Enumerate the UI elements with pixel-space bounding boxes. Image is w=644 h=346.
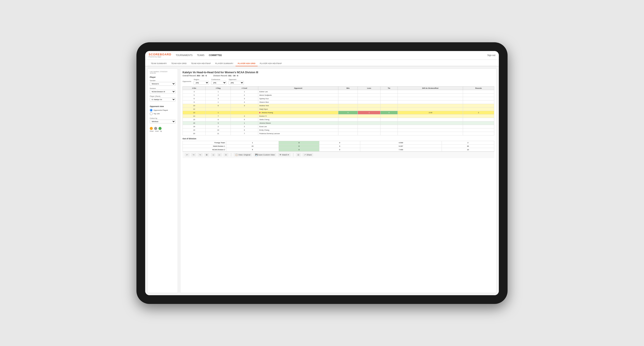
tab-player-summary[interactable]: PLAYER SUMMARY bbox=[213, 61, 236, 66]
colour-labels: Down Level Up bbox=[150, 130, 176, 132]
table-row[interactable]: 522 Alexis Sudjianto bbox=[183, 93, 494, 97]
gender-select[interactable]: Women's bbox=[150, 82, 176, 86]
share-button[interactable]: ↗ Share bbox=[302, 153, 313, 157]
player-select[interactable]: 8. Katelyn Vo bbox=[150, 98, 176, 101]
arrow-indicator: ▶ bbox=[259, 112, 261, 114]
region-select[interactable]: (All) bbox=[194, 81, 209, 85]
opponent-filter: Opponent (All) bbox=[228, 78, 244, 85]
undo-button[interactable]: ↩ bbox=[185, 153, 190, 157]
overall-record: Overall Record: 353 - 34 - 6 bbox=[182, 75, 207, 77]
save-custom-view-button[interactable]: 💾 Save Custom View bbox=[254, 153, 276, 157]
out-of-division-table: Foreign Team 1 0 0 4.500 2 NAIA Division… bbox=[182, 141, 494, 152]
dot-up bbox=[158, 127, 162, 130]
table-row[interactable]: 12 Haeji Hyun bbox=[183, 107, 494, 111]
division-label: Division bbox=[150, 87, 176, 89]
table-row[interactable]: Foreign Team 1 0 0 4.500 2 bbox=[183, 141, 494, 144]
dot-level bbox=[154, 127, 157, 130]
opponent-view-title: Opponent view bbox=[150, 105, 176, 108]
logo-sub: Powered by clippd bbox=[149, 56, 171, 58]
table-row[interactable]: 1474 Eunice Yi bbox=[183, 114, 494, 118]
tab-player-h2h-grid[interactable]: PLAYER H2H GRID bbox=[236, 61, 258, 66]
col-tie: Tie bbox=[380, 86, 398, 90]
opponent-select[interactable]: (All) bbox=[228, 81, 244, 85]
table-row[interactable]: NCAA Division 2 5 0 0 7.400 10 bbox=[183, 148, 494, 151]
opponents-played-radio[interactable]: Opponents Played bbox=[150, 109, 176, 112]
out-of-division-header: Out of division bbox=[182, 138, 494, 140]
player-rank-label: Player (Rank) bbox=[150, 95, 176, 97]
logo-title: SCOREBOARD bbox=[149, 53, 171, 56]
nav-teams[interactable]: TEAMS bbox=[197, 53, 204, 57]
grid-title: Katelyn Vo Head-to-Head Grid for Women's… bbox=[182, 71, 494, 74]
table-row[interactable]: NAIA Division 1 15 0 0 9.267 30 bbox=[183, 144, 494, 148]
last-updated: Last Updated: 27/03/2024 16:55:28 bbox=[150, 71, 176, 74]
division-select[interactable]: NCAA Division III bbox=[150, 90, 176, 94]
toolbar-separator bbox=[231, 153, 231, 157]
sign-out-button[interactable]: Sign out bbox=[487, 54, 495, 56]
table-row[interactable]: 1063 Andrea York bbox=[183, 104, 494, 107]
table-row[interactable]: 1691 Jessica Mason bbox=[183, 121, 494, 125]
opponents-filter-label: Opponents: bbox=[182, 80, 192, 82]
col-reg: # Reg bbox=[206, 86, 231, 90]
top100-radio[interactable]: Top 100 bbox=[150, 112, 176, 115]
table-row[interactable]: 1822 Euna Lee bbox=[183, 125, 494, 128]
tablet-frame: SCOREBOARD Powered by clippd TOURNAMENTS… bbox=[136, 42, 508, 304]
table-row[interactable]: 19106 Emily Chang bbox=[183, 128, 494, 132]
layout-button[interactable]: ⊡ bbox=[296, 153, 301, 157]
left-panel: Last Updated: 27/03/2024 16:55:28 Player… bbox=[147, 68, 178, 293]
main-nav: TOURNAMENTS TEAMS COMMITTEE bbox=[176, 53, 487, 57]
col-conf: # Conf bbox=[231, 86, 258, 90]
col-div: # Div bbox=[183, 86, 206, 90]
watch-button[interactable]: 👁 Watch ▾ bbox=[278, 153, 290, 157]
colour-by-section: Colour by Win/loss Down Level Up bbox=[150, 117, 176, 132]
col-win: Win bbox=[338, 86, 358, 90]
nav-tournaments[interactable]: TOURNAMENTS bbox=[176, 53, 192, 57]
player-h2h-table: # Div # Reg # Conf Opponent Win Loss Tie… bbox=[182, 86, 494, 135]
colour-by-select[interactable]: Win/loss bbox=[150, 120, 176, 123]
top-nav: SCOREBOARD Powered by clippd TOURNAMENTS… bbox=[145, 51, 499, 60]
refresh-button[interactable]: ⊙ bbox=[224, 153, 228, 157]
colour-by-label: Colour by bbox=[150, 117, 176, 119]
table-row[interactable]: 1585 Stella Cheng bbox=[183, 118, 494, 121]
toolbar-separator-2 bbox=[293, 153, 294, 157]
table-row[interactable]: 914 Sharon Mun bbox=[183, 100, 494, 104]
grid-button[interactable]: ⊞ bbox=[204, 153, 209, 157]
bottom-toolbar: ↩ ↪ ↪ ⊞ ◁ ▷ ⊙ 📋 View: Original 💾 Save Cu… bbox=[182, 152, 494, 158]
redo2-button[interactable]: ↪ bbox=[198, 153, 202, 157]
conference-select[interactable]: (All) bbox=[211, 81, 226, 85]
main-content: Last Updated: 27/03/2024 16:55:28 Player… bbox=[145, 66, 499, 295]
tablet-screen: SCOREBOARD Powered by clippd TOURNAMENTS… bbox=[145, 51, 499, 295]
table-row[interactable]: 311 Esther Lee bbox=[183, 90, 494, 93]
filters-row: Opponents: Region (All) Conference (All) bbox=[182, 78, 494, 85]
gender-label: Gender bbox=[150, 80, 176, 82]
view-original-button[interactable]: 📋 View: Original bbox=[234, 153, 252, 157]
table-row-jessica-huang[interactable]: 131 ▶Jessica Huang 0 1 0 -3.00 2 bbox=[183, 111, 494, 114]
dot-down bbox=[150, 127, 153, 130]
division-record: Division Record: 331 - 34 - 6 bbox=[213, 75, 238, 77]
col-opponent: Opponent bbox=[258, 86, 338, 90]
app-logo: SCOREBOARD Powered by clippd bbox=[149, 53, 171, 58]
tab-player-h2h-heatmap[interactable]: PLAYER H2H HEATMAP bbox=[258, 61, 284, 66]
col-loss: Loss bbox=[358, 86, 380, 90]
conference-filter: Conference (All) bbox=[211, 78, 226, 85]
col-diff: Diff Av Strokes/Rnd bbox=[398, 86, 463, 90]
table-row[interactable]: 20117 Federica Domecq Lacroze bbox=[183, 132, 494, 135]
colour-legend bbox=[150, 127, 176, 130]
table-row[interactable]: 633 Sydney Kuo bbox=[183, 97, 494, 100]
sub-nav: TEAM SUMMARY TEAM H2H GRID TEAM H2H HEAT… bbox=[145, 60, 499, 66]
back-button[interactable]: ◁ bbox=[211, 153, 216, 157]
tab-team-summary[interactable]: TEAM SUMMARY bbox=[149, 61, 169, 66]
tab-team-h2h-heatmap[interactable]: TEAM H2H HEATMAP bbox=[189, 61, 213, 66]
table-header-row: # Div # Reg # Conf Opponent Win Loss Tie… bbox=[183, 86, 494, 90]
forward-button[interactable]: ▷ bbox=[217, 153, 222, 157]
redo-button[interactable]: ↪ bbox=[191, 153, 196, 157]
opponent-view-section: Opponent view Opponents Played Top 100 bbox=[150, 105, 176, 115]
grid-area: Katelyn Vo Head-to-Head Grid for Women's… bbox=[180, 68, 497, 293]
tab-team-h2h-grid[interactable]: TEAM H2H GRID bbox=[169, 61, 189, 66]
nav-committee[interactable]: COMMITTEE bbox=[209, 53, 222, 57]
region-filter: Region (All) bbox=[194, 78, 209, 85]
records-row: Overall Record: 353 - 34 - 6 Division Re… bbox=[182, 75, 494, 77]
player-section-title: Player bbox=[150, 76, 176, 78]
col-rounds: Rounds bbox=[463, 86, 494, 90]
